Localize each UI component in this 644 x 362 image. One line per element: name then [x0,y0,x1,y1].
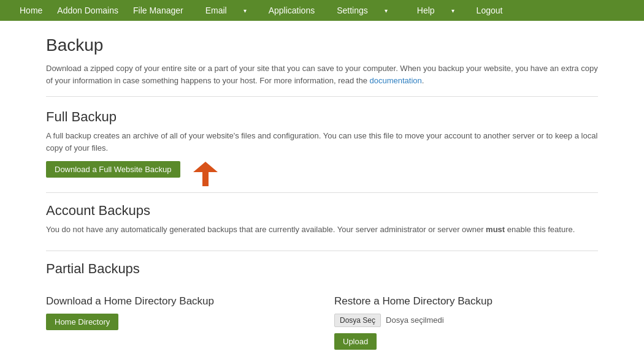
nav-settings-dropdown[interactable]: Settings ▾ [322,6,402,15]
nav-logout[interactable]: Logout [469,6,510,15]
full-backup-heading: Full Backup [46,109,598,125]
account-backups-desc: You do not have any automatically genera… [46,224,598,236]
account-backups-section: Account Backups You do not have any auto… [46,192,598,236]
email-chevron-icon: ▾ [236,7,254,14]
nav-file-manager[interactable]: File Manager [126,6,191,15]
nav-applications[interactable]: Applications [261,6,323,15]
full-backup-button-container: Download a Full Website Backup [46,161,180,178]
home-dir-no-file-label: Dosya seçilmedi [386,315,444,325]
partial-backups-heading: Partial Backups [46,261,598,277]
partial-backups-grid: Download a Home Directory Backup Home Di… [46,289,598,363]
home-dir-choose-file-button[interactable]: Dosya Seç [334,314,381,327]
documentation-link[interactable]: documentation [370,76,422,85]
arrow-annotation [169,159,218,189]
page-title: Backup [46,36,598,55]
download-home-dir-col: Download a Home Directory Backup Home Di… [46,289,322,362]
page-content: Backup Download a zipped copy of your en… [28,21,616,362]
nav-email-dropdown[interactable]: Email ▾ [191,6,261,15]
nav-addon-domains[interactable]: Addon Domains [50,6,126,15]
home-dir-file-choose-area: Dosya Seç Dosya seçilmedi [334,314,586,327]
restore-home-dir-heading: Restore a Home Directory Backup [334,295,586,307]
home-directory-button[interactable]: Home Directory [46,314,118,330]
intro-text: Download a zipped copy of your entire si… [46,62,598,97]
full-backup-section: Full Backup A full backup creates an arc… [46,109,598,178]
nav-help-dropdown[interactable]: Help ▾ [402,6,469,15]
main-nav: Home Addon Domains File Manager Email ▾ … [0,0,644,21]
download-home-dir-heading: Download a Home Directory Backup [46,295,310,307]
restore-home-dir-col: Restore a Home Directory Backup Dosya Se… [322,289,598,362]
svg-marker-0 [193,162,218,186]
partial-backups-section: Partial Backups [46,251,598,277]
nav-home[interactable]: Home [12,6,50,15]
download-full-backup-button[interactable]: Download a Full Website Backup [46,161,180,178]
help-chevron-icon: ▾ [444,7,462,14]
home-dir-upload-button[interactable]: Upload [334,333,377,350]
full-backup-desc: A full backup creates an archive of all … [46,130,598,154]
settings-chevron-icon: ▾ [377,7,395,14]
account-backups-heading: Account Backups [46,203,598,219]
